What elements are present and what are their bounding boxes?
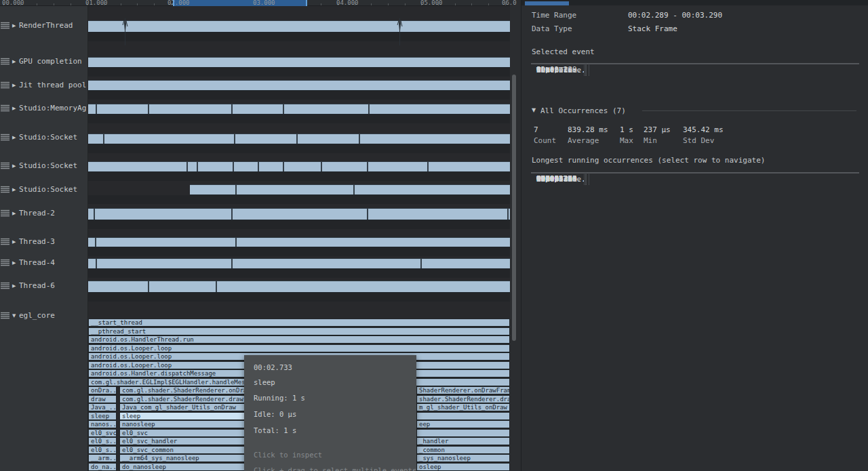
trace-event-mark (296, 134, 298, 144)
ruler-tick (154, 3, 155, 5)
callstack-frame[interactable]: __arm... (88, 454, 117, 462)
trace-event-mark (96, 259, 97, 268)
callstack-frame[interactable]: sleep (88, 412, 117, 420)
table-cell: 0 µs (532, 64, 587, 75)
time-range-value: 00:02.289 - 00:03.290 (628, 11, 722, 20)
trace-event-mark (231, 209, 233, 220)
callstack-frame[interactable]: el0_s... (88, 446, 117, 454)
callstack-frame[interactable]: onDra... (88, 386, 117, 394)
all-occurrences-heading[interactable]: All Occurrences (7) (540, 106, 626, 115)
thread-activity-bar[interactable] (88, 80, 510, 91)
chevron-right-icon[interactable]: ▶ (12, 22, 16, 29)
callstack-frame[interactable]: nanos... (88, 420, 117, 428)
thread-label: Studio:Socket (19, 161, 77, 171)
chevron-right-icon[interactable]: ▶ (12, 239, 16, 245)
callstack-frame[interactable]: android.os.HandlerThread.run (88, 335, 510, 344)
trace-event-mark (231, 104, 233, 114)
thread-label: Thread-6 (19, 281, 55, 291)
chevron-right-icon[interactable]: ▶ (12, 283, 16, 289)
chevron-right-icon[interactable]: ▶ (12, 210, 16, 217)
ruler-tick (455, 3, 456, 5)
callstack-frame[interactable]: m_gl_shader_Utils_onDraw (416, 403, 510, 411)
callstack-frame[interactable] (416, 412, 510, 420)
thread-activity-bar[interactable] (88, 258, 510, 269)
callstack-frame[interactable]: __pthread_start (88, 327, 510, 335)
panel-top-strip (521, 0, 868, 5)
thread-activity-bar[interactable] (88, 208, 510, 220)
event-tooltip: 00:02.733sleepRunning: 1 sIdle: 0 µsTota… (244, 355, 416, 471)
collapse-arrow-icon[interactable]: ▼ (532, 107, 536, 113)
trace-event-mark (507, 209, 509, 220)
thread-row-studio-socket[interactable]: ▶Studio:Socket (0, 161, 88, 171)
thread-activity-bar[interactable] (88, 237, 510, 247)
thread-row-studio-socket[interactable]: ▶Studio:Socket (0, 185, 88, 194)
trace-event-mark (103, 134, 104, 144)
ruler-time-label: 02.000 (167, 0, 190, 6)
thread-activity-bar[interactable] (88, 161, 510, 172)
trace-event-mark (95, 238, 96, 247)
thread-row-gpu-completion[interactable]: ▶GPU completion (0, 57, 88, 66)
stat-label: Average (568, 136, 599, 145)
callstack-frame[interactable] (416, 429, 510, 437)
tooltip-text: 00:02.733 (254, 363, 292, 371)
callstack-frame[interactable]: _sys_nanosleep (416, 454, 510, 462)
callstack-frame[interactable]: el0_s... (88, 437, 117, 445)
thread-row-thread-2[interactable]: ▶Thread-2 (0, 209, 88, 218)
callstack-frame[interactable]: eep (416, 420, 510, 428)
chevron-right-icon[interactable]: ▶ (12, 260, 16, 266)
thread-activity-bar[interactable] (190, 184, 510, 195)
thread-row-renderthread[interactable]: ▶RenderThread (0, 21, 88, 30)
callstack-frame[interactable]: _handler (416, 437, 510, 445)
ruler-tick (54, 3, 54, 5)
trace-event-mark (233, 162, 234, 171)
thread-label: Thread-3 (19, 237, 55, 247)
thread-label: Studio:Socket (19, 185, 77, 194)
callstack-frame[interactable]: osleep (416, 463, 510, 471)
callstack-frame[interactable]: Java_... (88, 403, 117, 411)
data-type-value: Stack Frame (628, 24, 677, 33)
range-selection[interactable] (174, 0, 307, 6)
range-selection-start-handle[interactable] (173, 0, 174, 6)
callstack-frame[interactable]: _common (416, 446, 510, 454)
callstack-frame[interactable]: do_na... (88, 463, 117, 471)
thread-activity-bar[interactable] (88, 281, 510, 293)
trace-event-mark (283, 104, 284, 114)
thread-row-jit-thread-pool[interactable]: ▶Jit thread pool (0, 81, 88, 90)
thread-activity-bar[interactable] (88, 134, 510, 144)
callstack-frame[interactable]: android.os.Looper.loop (88, 344, 510, 352)
callstack-frame[interactable]: __start_thread (88, 319, 510, 327)
thread-lane (88, 293, 510, 302)
thread-activity-bar[interactable] (88, 20, 510, 33)
chevron-right-icon[interactable]: ▶ (12, 186, 16, 193)
thread-row-studio-socket[interactable]: ▶Studio:Socket (0, 133, 88, 142)
chevron-right-icon[interactable]: ▶ (12, 82, 16, 89)
thread-activity-bar[interactable] (88, 104, 510, 115)
chevron-right-icon[interactable]: ▶ (12, 163, 16, 169)
longest-occurrences-table: Start TimeNameWall Dur...Self TimeCPU Du… (531, 172, 859, 173)
thread-activity-bar[interactable] (88, 57, 510, 68)
chevron-down-icon[interactable]: ▼ (12, 312, 16, 319)
thread-row-egl-core[interactable]: ▼egl_core (0, 311, 88, 321)
trace-event-mark (197, 162, 198, 171)
trace-event-mark (235, 238, 237, 247)
thread-row-thread-6[interactable]: ▶Thread-6 (0, 281, 88, 291)
range-selection-end-handle[interactable] (306, 0, 307, 6)
trace-event-mark (96, 104, 97, 114)
trace-event-mark (94, 209, 95, 220)
trace-event-mark (148, 281, 149, 292)
callstack-frame[interactable]: el0_svc (88, 429, 117, 437)
callstack-frame[interactable]: ShaderRenderer.onDrawFrame (416, 386, 510, 394)
thread-row-studio-memoryag[interactable]: ▶Studio:MemoryAg (0, 104, 88, 113)
timeline-ruler[interactable]: 00.00001.00002.00003.00004.00005.00006.0 (0, 0, 510, 6)
vertical-scrollbar-thumb[interactable] (512, 75, 516, 341)
thread-label: Thread-2 (19, 209, 55, 218)
callstack-frame[interactable]: shader.ShaderRenderer.draw (416, 395, 510, 403)
chevron-right-icon[interactable]: ▶ (12, 58, 16, 65)
chevron-right-icon[interactable]: ▶ (12, 105, 16, 112)
thread-lane (88, 247, 510, 256)
trace-event-mark (216, 281, 217, 292)
chevron-right-icon[interactable]: ▶ (12, 134, 16, 141)
callstack-frame[interactable]: draw (88, 395, 117, 403)
thread-row-thread-4[interactable]: ▶Thread-4 (0, 258, 88, 268)
thread-row-thread-3[interactable]: ▶Thread-3 (0, 237, 88, 247)
